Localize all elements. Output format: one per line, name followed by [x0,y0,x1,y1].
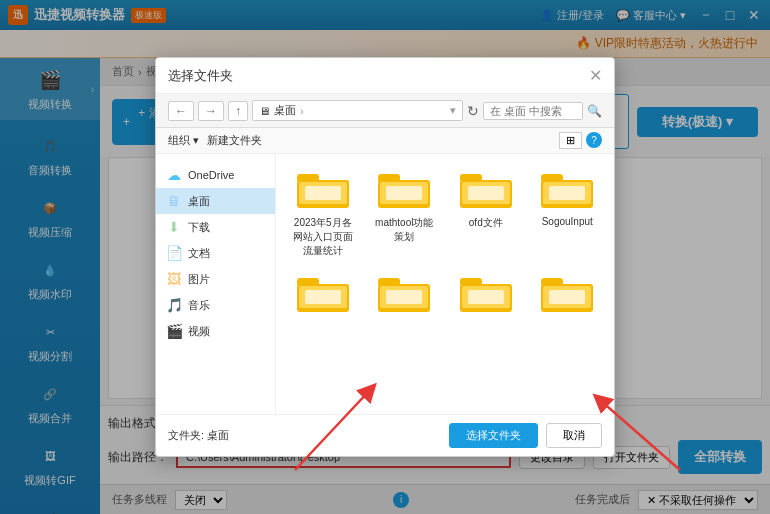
dialog-nav: ← → ↑ 🖥 桌面 › ▾ ↻ 🔍 [156,94,614,128]
nav-back-btn[interactable]: ← [168,101,194,121]
file-label-0: 2023年5月各网站入口页面流量统计 [291,216,355,258]
new-folder-btn[interactable]: 新建文件夹 [207,133,262,148]
organize-btn[interactable]: 组织 ▾ [168,133,199,148]
nav-path-box: 🖥 桌面 › ▾ [252,100,463,121]
dsidebar-docs-label: 文档 [188,246,210,261]
file-item-3[interactable]: SogouInput [533,166,603,258]
svg-rect-23 [386,290,422,304]
svg-rect-11 [468,186,504,200]
nav-location: 桌面 [274,103,296,118]
dialog-toolbar: 组织 ▾ 新建文件夹 ⊞ ? [156,128,614,154]
svg-rect-31 [549,290,585,304]
dsidebar-download-label: 下载 [188,220,210,235]
dialog-select-btn[interactable]: 选择文件夹 [449,423,538,448]
dsidebar-download[interactable]: ⬇ 下载 [156,214,275,240]
svg-rect-27 [468,290,504,304]
dsidebar-onedrive-label: OneDrive [188,169,234,181]
dialog-overlay: 选择文件夹 ✕ ← → ↑ 🖥 桌面 › ▾ ↻ 🔍 组织 [0,0,770,514]
svg-rect-3 [305,186,341,200]
docs-icon: 📄 [166,245,182,261]
folder-svg-2 [458,166,514,212]
file-label-1: mathtool功能策划 [372,216,436,244]
dialog-body: ☁ OneDrive 🖥 桌面 ⬇ 下载 📄 文档 [156,154,614,414]
file-item-7[interactable] [533,270,603,320]
dsidebar-video-label: 视频 [188,324,210,339]
dialog-bottom: 文件夹: 桌面 选择文件夹 取消 [156,414,614,456]
view-btns: ⊞ ? [559,132,602,149]
nav-sep: › [300,105,304,117]
dsidebar-pics-label: 图片 [188,272,210,287]
dsidebar-music-label: 音乐 [188,298,210,313]
file-picker-dialog: 选择文件夹 ✕ ← → ↑ 🖥 桌面 › ▾ ↻ 🔍 组织 [155,57,615,457]
dsidebar-desktop[interactable]: 🖥 桌面 [156,188,275,214]
video-icon: 🎬 [166,323,182,339]
dsidebar-onedrive[interactable]: ☁ OneDrive [156,162,275,188]
file-label-2: ofd文件 [469,216,503,230]
file-item-5[interactable] [370,270,440,320]
info-help-icon[interactable]: ? [586,132,602,148]
nav-forward-btn[interactable]: → [198,101,224,121]
dialog-files-grid: 2023年5月各网站入口页面流量统计 mathtool功能策划 [276,154,614,414]
location-icon: 🖥 [259,105,270,117]
app-wrapper: 迅 迅捷视频转换器 极速版 👤 注册/登录 💬 客服中心 ▾ － □ ✕ 🔥 V… [0,0,770,514]
dialog-cancel-btn[interactable]: 取消 [546,423,602,448]
music-icon: 🎵 [166,297,182,313]
dsidebar-video[interactable]: 🎬 视频 [156,318,275,344]
search-input[interactable] [483,102,583,120]
dsidebar-music[interactable]: 🎵 音乐 [156,292,275,318]
file-item-6[interactable] [451,270,521,320]
download-icon: ⬇ [166,219,182,235]
nav-up-btn[interactable]: ↑ [228,101,248,121]
view-grid-btn[interactable]: ⊞ [559,132,582,149]
folder-svg-1 [376,166,432,212]
file-label-3: SogouInput [542,216,593,227]
dialog-title-text: 选择文件夹 [168,67,233,85]
dialog-folder-label: 文件夹: 桌面 [168,428,229,443]
dialog-close-btn[interactable]: ✕ [589,66,602,85]
file-item-2[interactable]: ofd文件 [451,166,521,258]
file-item-1[interactable]: mathtool功能策划 [370,166,440,258]
folder-svg-3 [539,166,595,212]
folder-svg-5 [376,270,432,316]
dsidebar-desktop-label: 桌面 [188,194,210,209]
svg-rect-7 [386,186,422,200]
desktop-icon: 🖥 [166,193,182,209]
pics-icon: 🖼 [166,271,182,287]
file-item-4[interactable] [288,270,358,320]
refresh-btn[interactable]: ↻ [467,103,479,119]
search-icon: 🔍 [587,104,602,118]
svg-rect-15 [549,186,585,200]
file-item-0[interactable]: 2023年5月各网站入口页面流量统计 [288,166,358,258]
dsidebar-pics[interactable]: 🖼 图片 [156,266,275,292]
chevron-down-icon: ▾ [450,104,456,117]
svg-rect-19 [305,290,341,304]
dialog-sidebar: ☁ OneDrive 🖥 桌面 ⬇ 下载 📄 文档 [156,154,276,414]
folder-svg-0 [295,166,351,212]
onedrive-icon: ☁ [166,167,182,183]
dialog-title-bar: 选择文件夹 ✕ [156,58,614,94]
folder-svg-7 [539,270,595,316]
dialog-actions: 选择文件夹 取消 [449,423,602,448]
folder-svg-4 [295,270,351,316]
folder-svg-6 [458,270,514,316]
dsidebar-docs[interactable]: 📄 文档 [156,240,275,266]
